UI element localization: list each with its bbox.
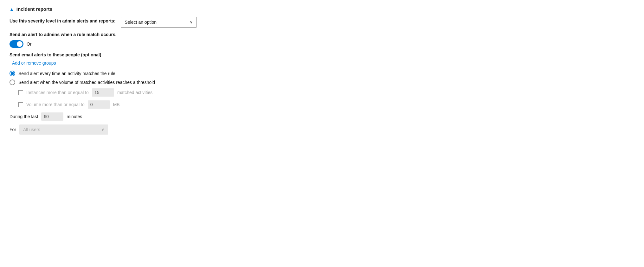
alert-toggle-group: Send an alert to admins when a rule matc… bbox=[10, 32, 634, 48]
alert-toggle-switch[interactable] bbox=[10, 40, 23, 48]
instances-row: Instances more than or equal to matched … bbox=[18, 88, 634, 97]
threshold-section: Instances more than or equal to matched … bbox=[18, 88, 634, 109]
volume-row: Volume more than or equal to MB bbox=[18, 100, 634, 109]
instances-label: Instances more than or equal to bbox=[26, 90, 89, 95]
toggle-state-label: On bbox=[27, 41, 33, 47]
toggle-row: On bbox=[10, 40, 634, 48]
during-unit-label: minutes bbox=[67, 114, 82, 119]
for-dropdown-text: All users bbox=[23, 127, 40, 132]
radio-group: Send alert every time an activity matche… bbox=[10, 71, 634, 109]
for-row: For All users ∨ bbox=[10, 124, 634, 135]
section-header: ▲ Incident reports bbox=[10, 6, 634, 12]
during-row: During the last minutes bbox=[10, 112, 634, 121]
radio-option-2[interactable] bbox=[10, 79, 15, 85]
collapse-icon[interactable]: ▲ bbox=[10, 7, 14, 12]
volume-checkbox[interactable] bbox=[18, 102, 23, 107]
alert-toggle-label: Send an alert to admins when a rule matc… bbox=[10, 32, 634, 37]
severity-group: Use this severity level in admin alerts … bbox=[10, 17, 634, 28]
during-label: During the last bbox=[10, 114, 38, 119]
during-input[interactable] bbox=[41, 112, 63, 121]
radio-row-1: Send alert every time an activity matche… bbox=[10, 71, 634, 76]
severity-label: Use this severity level in admin alerts … bbox=[10, 18, 116, 23]
instances-checkbox[interactable] bbox=[18, 90, 23, 95]
radio-option-1[interactable] bbox=[10, 71, 15, 76]
add-remove-groups-link[interactable]: Add or remove groups bbox=[10, 60, 56, 66]
radio-label-2: Send alert when the volume of matched ac… bbox=[18, 80, 155, 85]
section-title: Incident reports bbox=[16, 6, 52, 12]
volume-label: Volume more than or equal to bbox=[26, 102, 85, 107]
severity-dropdown-text: Select an option bbox=[125, 20, 157, 25]
volume-unit-label: MB bbox=[113, 102, 120, 107]
email-alerts-label: Send email alerts to these people (optio… bbox=[10, 52, 634, 57]
for-chevron-down-icon: ∨ bbox=[101, 127, 104, 132]
email-alerts-group: Send email alerts to these people (optio… bbox=[10, 52, 634, 66]
radio-row-2: Send alert when the volume of matched ac… bbox=[10, 79, 634, 85]
severity-chevron-down-icon: ∨ bbox=[190, 20, 193, 24]
for-label: For bbox=[10, 127, 16, 132]
radio-label-1: Send alert every time an activity matche… bbox=[18, 71, 115, 76]
severity-dropdown[interactable]: Select an option ∨ bbox=[121, 17, 197, 28]
for-dropdown[interactable]: All users ∨ bbox=[19, 124, 108, 135]
instances-input[interactable] bbox=[92, 88, 114, 97]
instances-unit-label: matched activities bbox=[117, 90, 152, 95]
volume-input[interactable] bbox=[88, 100, 110, 109]
